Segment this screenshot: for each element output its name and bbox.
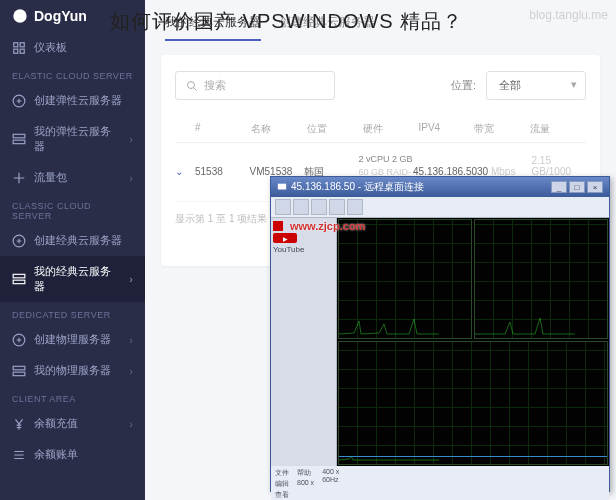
server-icon bbox=[12, 132, 26, 146]
traffic-icon bbox=[12, 171, 26, 185]
status-col: 400 x60Hz bbox=[322, 468, 339, 500]
remote-sidebar: ▶ YouTube bbox=[271, 218, 337, 466]
blog-watermark: blog.tanglu.me bbox=[529, 8, 608, 22]
svg-point-0 bbox=[13, 9, 26, 22]
spec-cpu: 2 vCPU 2 GB bbox=[359, 153, 414, 166]
svg-rect-10 bbox=[13, 280, 25, 284]
sidebar-item-create-dedicated[interactable]: 创建物理服务器 › bbox=[0, 324, 145, 355]
mem-plot bbox=[474, 219, 608, 339]
sidebar-item-label: 我的物理服务器 bbox=[34, 363, 111, 378]
sidebar-item-balance[interactable]: 余额充值 › bbox=[0, 408, 145, 439]
window-statusbar: 文件编辑查看 帮助800 x 400 x60Hz bbox=[271, 466, 609, 500]
window-titlebar[interactable]: 45.136.186.50 - 远程桌面连接 _ □ × bbox=[271, 177, 609, 197]
maximize-button[interactable]: □ bbox=[569, 181, 585, 193]
cell-id: 51538 bbox=[195, 166, 250, 177]
svg-rect-7 bbox=[13, 140, 25, 144]
toolbar-icon[interactable] bbox=[275, 199, 291, 215]
chevron-right-icon: › bbox=[129, 172, 133, 184]
cpu-plot bbox=[338, 219, 472, 339]
svg-rect-2 bbox=[20, 42, 24, 46]
server-icon bbox=[12, 364, 26, 378]
list-icon bbox=[12, 448, 26, 462]
search-input[interactable]: 搜索 bbox=[175, 71, 335, 100]
toolbar-icon[interactable] bbox=[329, 199, 345, 215]
toolbar-icon[interactable] bbox=[347, 199, 363, 215]
sidebar-item-label: 创建经典云服务器 bbox=[34, 233, 122, 248]
svg-rect-15 bbox=[278, 184, 286, 190]
th-traf: 流量 bbox=[530, 122, 586, 136]
window-toolbar bbox=[271, 197, 609, 218]
youtube-icon: ▶ bbox=[273, 233, 297, 243]
expand-toggle[interactable]: ⌄ bbox=[175, 166, 195, 177]
th-name: 名称 bbox=[251, 122, 307, 136]
network-plot bbox=[338, 341, 608, 465]
search-placeholder: 搜索 bbox=[204, 78, 226, 93]
window-title: 45.136.186.50 - 远程桌面连接 bbox=[291, 180, 424, 194]
location-select[interactable]: 全部 bbox=[486, 71, 586, 100]
svg-rect-13 bbox=[13, 372, 25, 376]
filter-bar: 搜索 位置: 全部 bbox=[175, 71, 586, 100]
search-icon bbox=[186, 80, 198, 92]
chevron-right-icon: › bbox=[129, 365, 133, 377]
table-header: # 名称 位置 硬件 IPV4 带宽 流量 bbox=[175, 116, 586, 143]
th-bw: 带宽 bbox=[474, 122, 530, 136]
server-icon bbox=[12, 272, 26, 286]
sidebar-item-create-classic[interactable]: 创建经典云服务器 bbox=[0, 225, 145, 256]
trace-line bbox=[339, 316, 439, 336]
sidebar-section: DEDICATED SERVER bbox=[0, 302, 145, 324]
sidebar-item-dashboard[interactable]: 仪表板 bbox=[0, 32, 145, 63]
sidebar-section: ELASTIC CLOUD SERVER bbox=[0, 63, 145, 85]
svg-rect-6 bbox=[13, 134, 25, 138]
chevron-right-icon: › bbox=[129, 334, 133, 346]
side-row: YouTube bbox=[273, 244, 334, 255]
svg-rect-9 bbox=[13, 274, 25, 278]
chevron-right-icon: › bbox=[129, 133, 133, 145]
sidebar: DogYun 仪表板 ELASTIC CLOUD SERVER 创建弹性云服务器… bbox=[0, 0, 145, 500]
th-ip: IPV4 bbox=[418, 122, 474, 136]
minimize-button[interactable]: _ bbox=[551, 181, 567, 193]
sidebar-item-traffic[interactable]: 流量包 › bbox=[0, 162, 145, 193]
sidebar-item-label: 创建物理服务器 bbox=[34, 332, 111, 347]
window-body: ▶ YouTube bbox=[271, 218, 609, 466]
status-col: 帮助800 x bbox=[297, 468, 314, 500]
svg-rect-4 bbox=[20, 49, 24, 53]
sidebar-item-billing[interactable]: 余额账单 bbox=[0, 439, 145, 470]
logo-text: DogYun bbox=[34, 8, 87, 24]
color-swatch bbox=[273, 221, 283, 231]
status-col: 文件编辑查看 bbox=[275, 468, 289, 500]
sidebar-item-label: 我的弹性云服务器 bbox=[34, 124, 121, 154]
chevron-right-icon: › bbox=[129, 273, 133, 285]
sidebar-item-create-elastic[interactable]: 创建弹性云服务器 bbox=[0, 85, 145, 116]
sidebar-item-label: 仪表板 bbox=[34, 40, 67, 55]
toolbar-icon[interactable] bbox=[311, 199, 327, 215]
location-label: 位置: bbox=[451, 78, 476, 93]
th-expand bbox=[175, 122, 195, 136]
trace-line-2 bbox=[339, 456, 607, 464]
svg-rect-12 bbox=[13, 366, 25, 370]
plus-icon bbox=[12, 333, 26, 347]
performance-plots bbox=[337, 218, 609, 466]
sidebar-item-label: 余额充值 bbox=[34, 416, 78, 431]
sidebar-item-my-dedicated[interactable]: 我的物理服务器 › bbox=[0, 355, 145, 386]
th-id: # bbox=[195, 122, 251, 136]
trace-line bbox=[475, 316, 575, 336]
close-button[interactable]: × bbox=[587, 181, 603, 193]
sidebar-item-label: 余额账单 bbox=[34, 447, 78, 462]
sidebar-item-label: 我的经典云服务器 bbox=[34, 264, 121, 294]
th-loc: 位置 bbox=[307, 122, 363, 136]
plus-icon bbox=[12, 94, 26, 108]
th-hw: 硬件 bbox=[363, 122, 419, 136]
sidebar-item-label: 流量包 bbox=[34, 170, 67, 185]
overlay-title: 如何评价国产 VPSWINDOWS 精品？ bbox=[110, 8, 463, 35]
rdp-icon bbox=[277, 182, 287, 192]
yen-icon bbox=[12, 417, 26, 431]
toolbar-icon[interactable] bbox=[293, 199, 309, 215]
sidebar-item-my-elastic[interactable]: 我的弹性云服务器 › bbox=[0, 116, 145, 162]
plus-icon bbox=[12, 234, 26, 248]
dashboard-icon bbox=[12, 41, 26, 55]
sidebar-item-label: 创建弹性云服务器 bbox=[34, 93, 122, 108]
chevron-right-icon: › bbox=[129, 418, 133, 430]
sidebar-section: CLIENT AREA bbox=[0, 386, 145, 408]
svg-rect-1 bbox=[14, 42, 18, 46]
sidebar-item-my-classic[interactable]: 我的经典云服务器 › bbox=[0, 256, 145, 302]
